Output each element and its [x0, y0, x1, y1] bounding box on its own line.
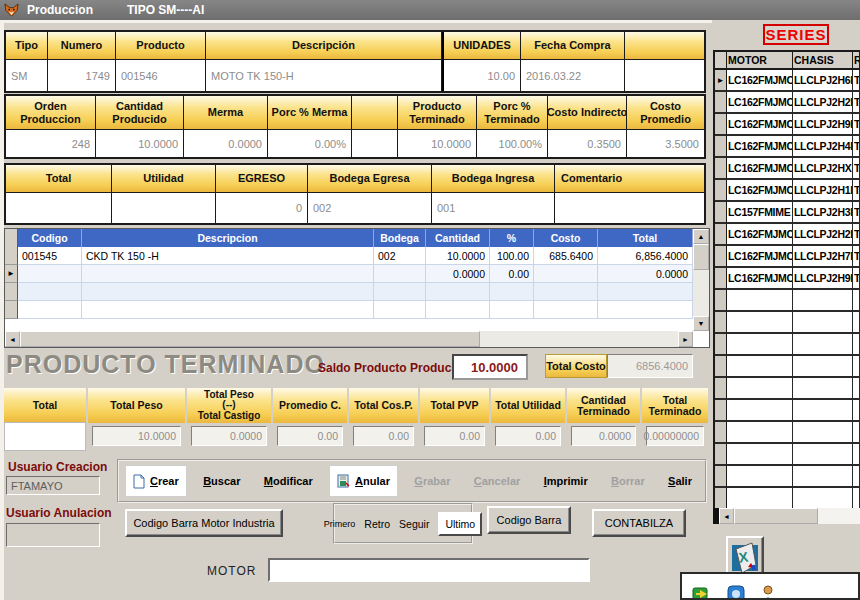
scroll-left-icon[interactable]: ◄ [5, 331, 20, 347]
grid-header-bodega[interactable]: Bodega [374, 229, 426, 247]
porc-merma-field[interactable]: 0.00% [268, 130, 352, 157]
crear-button[interactable]: Crear [125, 465, 187, 497]
promedio-field[interactable]: 0.00 [277, 426, 343, 446]
scroll-left-icon[interactable]: ◄ [719, 508, 734, 524]
row-selector[interactable] [715, 158, 727, 180]
bodega-egresa-field[interactable]: 002 [308, 193, 432, 223]
modificar-button[interactable]: Modificar [257, 466, 320, 496]
list-item[interactable]: LC162FMJMC LLCLPJ2HXF T [715, 158, 860, 180]
row-selector[interactable] [5, 283, 18, 301]
egreso-field[interactable]: 0 [216, 193, 308, 223]
tipo-field[interactable]: SM [6, 60, 48, 91]
series-header-r[interactable]: R [853, 52, 860, 70]
porc-terminado-field[interactable]: 100.00% [477, 130, 548, 157]
list-item[interactable]: ► LC162FMJMC LLCLPJ2H6F T [715, 70, 860, 92]
grid-header-pct[interactable]: % [490, 229, 534, 247]
comentario-field[interactable] [555, 193, 704, 223]
list-item[interactable]: LC162FMJMC LLCLPJ2H9F T [715, 268, 860, 290]
total-field[interactable] [6, 193, 112, 223]
col-header-bodega-ingresa: Bodega Ingresa [432, 165, 555, 193]
grid-header-descripcion[interactable]: Descripcion [82, 229, 374, 247]
vscroll-thumb[interactable] [693, 244, 709, 270]
total-terminado-field[interactable]: 0.00000000 [646, 426, 704, 446]
bodega-ingresa-field[interactable]: 001 [432, 193, 555, 223]
descripcion-field[interactable]: MOTO TK 150-H [206, 60, 442, 91]
list-item[interactable]: LC162FMJMC LLCLPJ2H7F T [715, 246, 860, 268]
grid-header-total[interactable]: Total [598, 229, 693, 247]
cantidad-producido-field[interactable]: 10.0000 [96, 130, 184, 157]
codigo-barra-button[interactable]: Codigo Barra [487, 506, 571, 534]
row-selector[interactable] [715, 180, 727, 202]
buscar-button[interactable]: Buscar [196, 466, 247, 496]
merma-field[interactable]: 0.0000 [184, 130, 268, 157]
fecha-compra-field[interactable]: 2016.03.22 [521, 60, 625, 91]
row-selector[interactable] [715, 268, 727, 290]
scroll-up-icon[interactable]: ▲ [693, 229, 709, 244]
series-header-chasis[interactable]: CHASIS [793, 52, 853, 70]
total-castigo-field[interactable]: 0.0000 [191, 426, 267, 446]
grid-vscrollbar[interactable]: ▲ ▼ [693, 229, 709, 331]
cantidad-terminado-field[interactable]: 0.0000 [571, 426, 636, 446]
totals-total-field[interactable] [4, 422, 86, 451]
orden-produccion-field[interactable]: 248 [6, 130, 96, 157]
producto-field[interactable]: 001546 [116, 60, 206, 91]
numero-field[interactable]: 1749 [48, 60, 116, 91]
total-peso-field[interactable]: 10.0000 [92, 426, 181, 446]
row-selector[interactable] [715, 114, 727, 136]
codigo-barra-motor-button[interactable]: Codigo Barra Motor Industria [125, 509, 283, 537]
nav-primero-button[interactable]: Primero [324, 519, 356, 529]
hscroll-thumb[interactable] [734, 508, 818, 524]
row-selector[interactable] [715, 136, 727, 158]
list-item[interactable]: LC162FMJMC LLCLPJ2H2F T [715, 224, 860, 246]
nav-ultimo-button[interactable]: Ultimo [438, 512, 482, 536]
table-row[interactable] [5, 283, 693, 301]
total-pvp-field[interactable]: 0.00 [424, 426, 485, 446]
usuario-anulacion-field[interactable] [6, 523, 100, 547]
row-selector[interactable] [715, 246, 727, 268]
anular-button[interactable]: Anular [329, 465, 398, 497]
grid-header-codigo[interactable]: Codigo [18, 229, 82, 247]
nav-retro-button[interactable]: Retro [364, 518, 390, 530]
motor-input[interactable] [268, 558, 590, 582]
table-row[interactable]: 001545 CKD TK 150 -H 002 10.0000 100.00 … [5, 247, 693, 265]
list-item[interactable]: LC162FMJMC LLCLPJ2H1F T [715, 180, 860, 202]
list-item[interactable]: LC162FMJMC LLCLPJ2H4F T [715, 136, 860, 158]
row-selector[interactable] [715, 92, 727, 114]
costo-promedio-field[interactable]: 3.5000 [627, 130, 704, 157]
list-item[interactable]: LC162FMJMC LLCLPJ2H2F T [715, 92, 860, 114]
contabilza-button[interactable]: CONTABILZA [592, 509, 686, 537]
saldo-producido-field[interactable]: 10.0000 [452, 354, 528, 380]
producto-terminado-field[interactable]: 10.0000 [398, 130, 477, 157]
row-selector[interactable] [5, 247, 18, 265]
costo-indirecto-field[interactable]: 0.3500 [548, 130, 627, 157]
total-cosp-field[interactable]: 0.00 [353, 426, 414, 446]
table-row[interactable] [5, 301, 693, 319]
row-selector[interactable] [715, 224, 727, 246]
grid-header-costo[interactable]: Costo [534, 229, 598, 247]
imprimir-button[interactable]: Imprimir [537, 466, 595, 496]
utilidad-field[interactable] [112, 193, 216, 223]
row-selector[interactable] [5, 301, 18, 319]
total-costo-field[interactable]: 6856.4000 [607, 354, 693, 378]
series-header-motor[interactable]: MOTOR [727, 52, 793, 70]
scroll-right-icon[interactable]: ► [678, 331, 693, 347]
series-hscrollbar[interactable]: ◄ [713, 508, 860, 524]
total-utilidad-field[interactable]: 0.00 [495, 426, 561, 446]
hscroll-thumb[interactable] [20, 331, 480, 347]
table-row[interactable]: ► 0.0000 0.00 0.0000 [5, 265, 693, 283]
unidades-field[interactable]: 10.00 [442, 60, 521, 91]
salir-button[interactable]: Salir [661, 466, 699, 496]
row-selector-arrow-icon[interactable]: ► [715, 70, 727, 92]
green-transfer-icon[interactable] [692, 584, 712, 600]
person-icon[interactable] [758, 584, 778, 600]
usuario-creacion-field[interactable]: FTAMAYO [6, 476, 100, 495]
scroll-down-icon[interactable]: ▼ [693, 316, 709, 331]
row-selector[interactable] [715, 202, 727, 224]
list-item[interactable]: LC162FMJMC LLCLPJ2H9F T [715, 114, 860, 136]
nav-seguir-button[interactable]: Seguir [399, 518, 429, 530]
grid-hscrollbar[interactable]: ◄ ► [5, 331, 709, 347]
blue-app-icon[interactable] [726, 584, 746, 600]
list-item[interactable]: LC157FMIME LLCLPJ2H3F T [715, 202, 860, 224]
row-selector-arrow-icon[interactable]: ► [5, 265, 18, 283]
grid-header-cantidad[interactable]: Cantidad [426, 229, 490, 247]
